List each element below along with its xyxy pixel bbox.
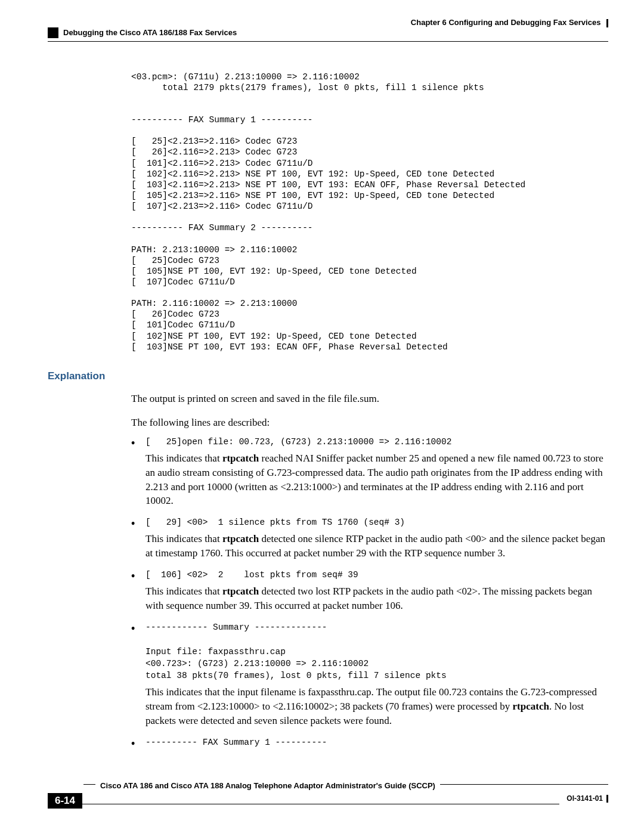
page-header: Chapter 6 Configuring and Debugging Fax …: [48, 18, 608, 42]
page-footer: Cisco ATA 186 and Cisco ATA 188 Analog T…: [48, 784, 608, 809]
bullet-code: [ 25]open file: 00.723, (G723) 2.213:100…: [145, 436, 608, 448]
bullet-code: ------------ Summary -------------- Inpu…: [145, 621, 608, 682]
doc-id-text: OI-3141-01: [566, 794, 603, 803]
explanation-intro-1: The output is printed on screen and save…: [131, 392, 608, 406]
header-square-icon: [48, 27, 58, 38]
bullet-paragraph: This indicates that the input filename i…: [145, 685, 608, 727]
header-chapter-text: Chapter 6 Configuring and Debugging Fax …: [411, 18, 601, 27]
text-part: This indicates that: [145, 533, 222, 544]
text-part: This indicates that: [145, 453, 222, 464]
bullet-paragraph: This indicates that rtpcatch reached NAI…: [145, 451, 608, 508]
doc-id: OI-3141-01: [566, 794, 608, 803]
bullet-code: [ 29] <00> 1 silence pkts from TS 1760 (…: [145, 516, 608, 528]
page-number-badge: 6-14: [48, 793, 82, 809]
bullet-code: [ 106] <02> 2 lost pkts from seq# 39: [145, 569, 608, 581]
bullet-paragraph: This indicates that rtpcatch detected on…: [145, 532, 608, 561]
footer-line: [82, 804, 559, 804]
bullet-code: ---------- FAX Summary 1 ----------: [145, 736, 608, 748]
header-rule: [48, 41, 608, 42]
explanation-heading: Explanation: [48, 370, 608, 382]
header-end-bar: [606, 19, 608, 27]
bold-term: rtpcatch: [513, 701, 549, 712]
bold-term: rtpcatch: [222, 533, 259, 544]
footer-guide-title: Cisco ATA 186 and Cisco ATA 188 Analog T…: [95, 781, 440, 790]
text-part: This indicates that: [145, 586, 222, 597]
bullet-item: ---------- FAX Summary 1 ----------: [131, 736, 608, 748]
bullet-item: [ 29] <00> 1 silence pkts from TS 1760 (…: [131, 516, 608, 561]
bullet-item: [ 106] <02> 2 lost pkts from seq# 39 Thi…: [131, 569, 608, 613]
code-output-block: <03.pcm>: (G711u) 2.213:10000 => 2.116:1…: [131, 72, 608, 352]
bold-term: rtpcatch: [222, 586, 259, 597]
bullet-item: [ 25]open file: 00.723, (G723) 2.213:100…: [131, 436, 608, 508]
explanation-bullet-list: [ 25]open file: 00.723, (G723) 2.213:100…: [131, 436, 608, 748]
header-chapter: Chapter 6 Configuring and Debugging Fax …: [48, 18, 608, 27]
bullet-item: ------------ Summary -------------- Inpu…: [131, 621, 608, 728]
explanation-intro-2: The following lines are described:: [131, 416, 608, 430]
header-section-title: Debugging the Cisco ATA 186/188 Fax Serv…: [63, 28, 237, 37]
bullet-paragraph: This indicates that rtpcatch detected tw…: [145, 584, 608, 613]
bold-term: rtpcatch: [222, 453, 259, 464]
doc-id-bar-icon: [606, 795, 608, 803]
